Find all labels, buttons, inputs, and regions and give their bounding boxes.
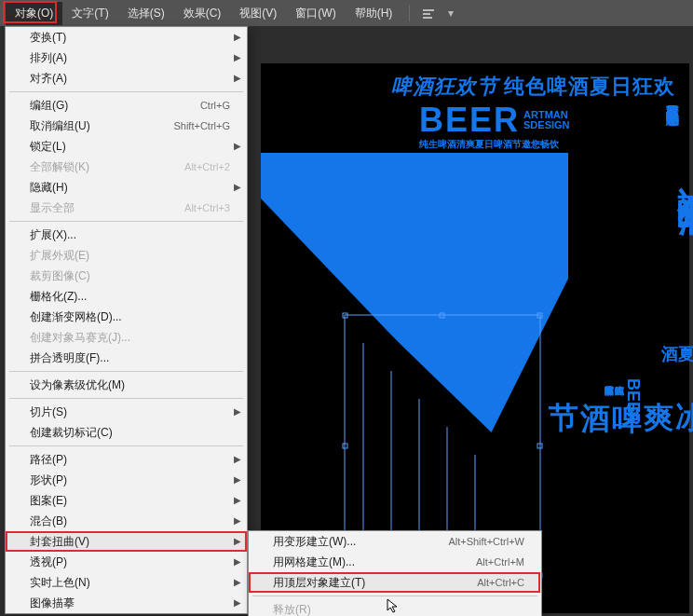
sdesign: SDESIGN bbox=[523, 120, 570, 130]
menu-item[interactable]: 对齐(A)▶ bbox=[6, 68, 247, 89]
menu-item[interactable]: 拼合透明度(F)... bbox=[6, 348, 247, 368]
control-group: ▾ bbox=[417, 5, 462, 21]
menubar: 对象(O) 文字(T) 选择(S) 效果(C) 视图(V) 窗口(W) 帮助(H… bbox=[0, 0, 693, 26]
submenu-arrow-icon: ▶ bbox=[234, 513, 241, 528]
submenu-item[interactable]: 用网格建立(M)...Alt+Ctrl+M bbox=[249, 552, 541, 572]
submenu-arrow-icon: ▶ bbox=[234, 554, 241, 569]
submenu-arrow-icon: ▶ bbox=[234, 452, 241, 467]
beer-word: BEER bbox=[419, 101, 520, 140]
headline-1: 啤酒狂欢节 bbox=[391, 73, 498, 101]
cursor-icon bbox=[386, 597, 402, 616]
menu-item[interactable]: 形状(P)▶ bbox=[6, 470, 247, 490]
menu-effect[interactable]: 效果(C) bbox=[174, 2, 231, 25]
menu-item: 扩展外观(E) bbox=[6, 245, 247, 266]
menu-item[interactable]: 栅格化(Z)... bbox=[6, 286, 247, 307]
submenu-arrow-icon: ▶ bbox=[234, 472, 241, 487]
submenu-arrow-icon: ▶ bbox=[234, 139, 241, 154]
menu-item[interactable]: 编组(G)Ctrl+G bbox=[6, 95, 247, 116]
big-block: 冰爽啤酒 bbox=[676, 157, 693, 171]
align-icon[interactable] bbox=[420, 5, 437, 21]
submenu-arrow-icon: ▶ bbox=[234, 71, 241, 86]
svg-rect-1 bbox=[423, 13, 430, 15]
menu-item[interactable]: 图案(E)▶ bbox=[6, 490, 247, 511]
object-menu: 变换(T)▶排列(A)▶对齐(A)▶编组(G)Ctrl+G取消编组(U)Shif… bbox=[5, 26, 248, 614]
menu-item: 全部解锁(K)Alt+Ctrl+2 bbox=[6, 157, 247, 177]
submenu-arrow-icon: ▶ bbox=[234, 180, 241, 195]
headline-2: 纯色啤酒夏日狂欢 bbox=[504, 73, 675, 101]
s-horizontal: 酒夏日狂欢 bbox=[578, 343, 693, 365]
menu-view[interactable]: 视图(V) bbox=[230, 2, 286, 25]
chevron-down-icon[interactable]: ▾ bbox=[442, 5, 459, 21]
menu-item[interactable]: 实时上色(N)▶ bbox=[6, 572, 247, 593]
menu-select[interactable]: 选择(S) bbox=[118, 2, 174, 25]
submenu-item[interactable]: 用变形建立(W)...Alt+Shift+Ctrl+W bbox=[249, 531, 541, 552]
menu-item[interactable]: 排列(A)▶ bbox=[6, 48, 247, 68]
menu-item[interactable]: 锁定(L)▶ bbox=[6, 136, 247, 157]
submenu-item[interactable]: 用顶层对象建立(T)Alt+Ctrl+C bbox=[249, 572, 541, 593]
submenu-arrow-icon: ▶ bbox=[234, 534, 241, 549]
menu-item[interactable]: 创建渐变网格(D)... bbox=[6, 307, 247, 327]
menu-window[interactable]: 窗口(W) bbox=[286, 2, 345, 25]
menu-item[interactable]: 混合(B)▶ bbox=[6, 511, 247, 531]
menu-item[interactable]: 变换(T)▶ bbox=[6, 27, 247, 48]
s-v4: BEER bbox=[623, 378, 643, 425]
menu-object[interactable]: 对象(O) bbox=[6, 2, 62, 25]
svg-rect-2 bbox=[423, 17, 432, 19]
menu-item[interactable]: 封套扭曲(V)▶ bbox=[6, 531, 247, 552]
submenu-arrow-icon: ▶ bbox=[234, 575, 241, 590]
menu-item: 显示全部Alt+Ctrl+3 bbox=[6, 198, 247, 218]
menu-item[interactable]: 切片(S)▶ bbox=[6, 402, 247, 422]
menu-item: 裁剪图像(C) bbox=[6, 266, 247, 286]
svg-rect-0 bbox=[423, 9, 434, 11]
menu-item[interactable]: 取消编组(U)Shift+Ctrl+G bbox=[6, 116, 247, 136]
menu-item[interactable]: 图像描摹▶ bbox=[6, 593, 247, 613]
submenu-arrow-icon: ▶ bbox=[234, 595, 241, 610]
line3: 纯生啤酒清爽夏日啤酒节邀您畅饮 bbox=[419, 138, 559, 151]
menu-type[interactable]: 文字(T) bbox=[62, 2, 117, 25]
menu-help[interactable]: 帮助(H) bbox=[346, 2, 402, 25]
submenu-arrow-icon: ▶ bbox=[234, 404, 241, 419]
s-big: 冰爽啤酒节 bbox=[548, 378, 693, 380]
divider bbox=[409, 5, 410, 21]
menu-item[interactable]: 设为像素级优化(M) bbox=[6, 375, 247, 395]
submenu-arrow-icon: ▶ bbox=[234, 493, 241, 508]
menu-item[interactable]: 隐藏(H)▶ bbox=[6, 177, 247, 198]
submenu-arrow-icon: ▶ bbox=[234, 50, 241, 65]
submenu-arrow-icon: ▶ bbox=[234, 30, 241, 45]
menu-item: 创建对象马赛克(J)... bbox=[6, 327, 247, 348]
menu-item[interactable]: 路径(P)▶ bbox=[6, 449, 247, 470]
menu-item[interactable]: 扩展(X)... bbox=[6, 225, 247, 245]
menu-item[interactable]: 创建裁切标记(C) bbox=[6, 422, 247, 443]
menu-item[interactable]: 透视(P)▶ bbox=[6, 552, 247, 572]
